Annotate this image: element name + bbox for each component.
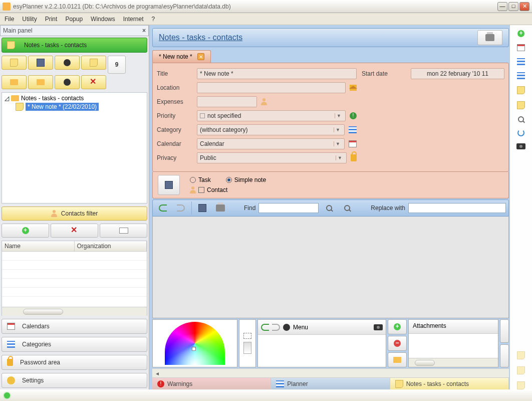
print-text-button[interactable] [213, 201, 228, 215]
today-button[interactable]: 9 [108, 56, 126, 74]
attach-h-scrollbar[interactable] [409, 358, 498, 367]
new-folder-button[interactable] [2, 75, 27, 89]
print-button[interactable] [477, 30, 502, 45]
color-wheel[interactable] [165, 322, 225, 365]
center-h-scrollbar[interactable]: ◂ [152, 368, 509, 377]
new-note-button[interactable] [2, 56, 27, 70]
mail-contact-button[interactable] [100, 224, 147, 238]
save-button[interactable] [158, 175, 180, 195]
attach-open-button[interactable] [388, 352, 407, 367]
tab-planner[interactable]: Planner [271, 377, 390, 389]
tab-close-icon[interactable]: ✕ [197, 53, 204, 60]
tree-item[interactable]: * New note * (22/02/2010) [16, 102, 144, 111]
side-note2-icon[interactable] [517, 101, 525, 109]
privacy-lock-icon[interactable] [351, 154, 357, 161]
lock-folder-button[interactable] [55, 75, 80, 89]
scrollbar-thumb2[interactable] [415, 360, 435, 366]
org-column-header[interactable]: Organization [75, 241, 147, 252]
side-add-icon[interactable] [517, 30, 524, 37]
save-note-button[interactable] [28, 56, 53, 70]
menu-internet[interactable]: Internet [122, 15, 145, 24]
table-row[interactable] [2, 279, 147, 288]
side-fade3-icon[interactable] [517, 381, 525, 389]
menu-utility[interactable]: Utility [21, 15, 38, 24]
find-prev-button[interactable] [340, 201, 355, 215]
undo-button[interactable] [155, 201, 170, 215]
color-picker-cursor[interactable] [192, 347, 196, 351]
delete-contact-button[interactable]: ✕ [51, 224, 98, 238]
menu-print[interactable]: Print [44, 15, 59, 24]
title-input[interactable] [197, 68, 357, 79]
contacts-h-scrollbar[interactable] [2, 307, 147, 316]
save-text-button[interactable] [195, 201, 210, 215]
side-search-icon[interactable] [518, 116, 524, 122]
location-input[interactable] [197, 82, 346, 93]
simple-note-radio[interactable]: Simple note [226, 176, 266, 183]
replace-input[interactable] [408, 203, 506, 213]
tab-warnings[interactable]: !Warnings [152, 377, 271, 389]
side-grid2-icon[interactable] [517, 72, 525, 79]
table-row[interactable] [2, 252, 147, 261]
tab-notes[interactable]: Notes - tasks - contacts [390, 377, 509, 389]
table-row[interactable] [2, 270, 147, 279]
scroll-left-icon[interactable]: ◂ [153, 370, 161, 377]
draw-menu-label[interactable]: Menu [293, 324, 308, 331]
camera-icon[interactable] [374, 324, 383, 330]
attach-extra-2[interactable] [500, 344, 509, 368]
tree-expand-icon[interactable]: ◿ [5, 95, 9, 102]
category-grid-icon[interactable] [349, 126, 357, 133]
menu-file[interactable]: File [3, 15, 16, 24]
draw-redo-icon[interactable] [272, 324, 280, 331]
side-fade2-icon[interactable] [517, 366, 525, 374]
attachments-list[interactable] [409, 334, 498, 358]
draw-undo-icon[interactable] [261, 324, 269, 331]
money-icon[interactable] [261, 98, 267, 105]
upload-note-button[interactable] [55, 56, 80, 70]
startdate-field[interactable]: mon 22 february '10 11 [411, 68, 504, 79]
attach-add-button[interactable] [388, 319, 407, 334]
extra-note-button[interactable] [81, 56, 106, 70]
task-radio[interactable]: Task [190, 176, 211, 183]
find-next-button[interactable] [322, 201, 337, 215]
info-icon[interactable]: ! [350, 112, 357, 119]
marquee-icon[interactable] [243, 333, 251, 339]
redo-button[interactable] [173, 201, 188, 215]
expenses-input[interactable] [197, 96, 257, 107]
calendar-select[interactable]: Calendar▼ [197, 138, 345, 149]
table-row[interactable] [2, 288, 147, 297]
minimize-button[interactable]: — [497, 2, 507, 11]
home-icon[interactable] [350, 85, 357, 91]
contact-checkbox[interactable]: Contact [190, 186, 266, 193]
menu-windows[interactable]: Windows [89, 15, 117, 24]
category-select[interactable]: (without category)▼ [197, 124, 345, 135]
calendars-button[interactable]: Calendars [2, 319, 147, 334]
draw-circle-icon[interactable] [283, 324, 290, 331]
side-note-icon[interactable] [517, 86, 525, 94]
name-column-header[interactable]: Name [2, 241, 75, 252]
notes-tasks-contacts-bar[interactable]: Notes - tasks - contacts [2, 38, 147, 53]
note-textarea[interactable] [152, 217, 509, 318]
side-camera-icon[interactable] [516, 143, 525, 149]
add-contact-button[interactable] [2, 224, 49, 238]
contacts-table-body[interactable] [2, 252, 147, 307]
privacy-select[interactable]: Public▼ [197, 152, 347, 163]
delete-button[interactable]: ✕ [81, 75, 106, 89]
side-refresh-icon[interactable] [517, 129, 524, 136]
calendar-icon2[interactable] [349, 140, 357, 147]
side-fade-icon[interactable] [517, 351, 525, 359]
find-input[interactable] [258, 203, 319, 213]
side-grid-icon[interactable] [517, 58, 525, 65]
notes-tree[interactable]: ◿ Notes - tasks - contacts * New note * … [2, 92, 147, 204]
menu-help[interactable]: ? [150, 15, 156, 24]
settings-button[interactable]: Settings [2, 373, 147, 388]
maximize-button[interactable]: □ [508, 2, 518, 11]
attach-extra-1[interactable] [500, 319, 509, 343]
side-cal-icon[interactable] [517, 44, 525, 51]
slider-icon[interactable] [243, 342, 251, 354]
tab-new-note[interactable]: * New note * ✕ [152, 50, 211, 63]
tree-root[interactable]: ◿ Notes - tasks - contacts [5, 94, 144, 102]
draw-canvas[interactable] [258, 335, 386, 366]
priority-select[interactable]: not specified▼ [197, 110, 346, 121]
categories-button[interactable]: Categories [2, 337, 147, 352]
table-row[interactable] [2, 261, 147, 270]
